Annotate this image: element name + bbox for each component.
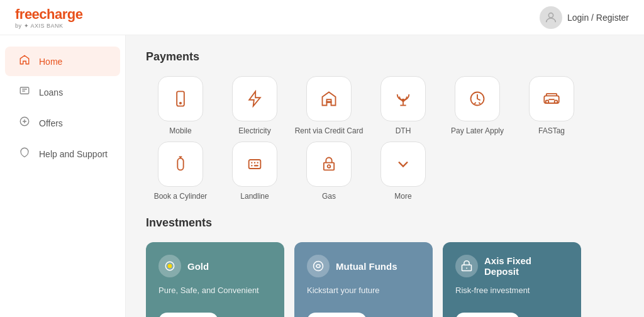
svg-point-25 — [314, 262, 323, 271]
fixed-card-header: Axis Fixed Deposit — [455, 255, 569, 277]
investments-grid: Gold Pure, Safe, and Convenient Invest N… — [146, 242, 624, 317]
investment-card-fixed: Axis Fixed Deposit Risk-free investment … — [443, 242, 581, 317]
payment-item-landline[interactable]: Landline — [220, 142, 289, 202]
landline-label: Landline — [240, 192, 269, 202]
electricity-label: Electricity — [238, 126, 270, 136]
gold-title: Gold — [187, 261, 209, 272]
payment-item-fastag[interactable]: FASTag — [517, 76, 586, 136]
sidebar-item-loans-label: Loans — [39, 87, 63, 97]
mutual-invest-button[interactable]: Invest Now — [307, 313, 367, 317]
app-header: freecharge by ✦ AXIS BANK Login / Regist… — [0, 0, 644, 35]
payment-item-more[interactable]: More — [369, 142, 438, 202]
login-register-button[interactable]: Login / Register — [567, 13, 629, 23]
investments-section: Investments Gold — [146, 216, 624, 317]
payment-item-electricity[interactable]: Electricity — [220, 76, 289, 136]
svg-rect-1 — [20, 87, 29, 94]
sidebar-item-offers[interactable]: Offers — [5, 108, 120, 138]
payments-grid: Mobile Electricity — [146, 76, 624, 201]
offers-icon — [18, 116, 31, 130]
svg-point-24 — [168, 264, 172, 269]
sidebar-item-home[interactable]: Home — [5, 47, 120, 76]
logo-sub: by ✦ AXIS BANK — [15, 23, 64, 29]
payment-item-mobile[interactable]: Mobile — [146, 76, 215, 136]
logo: freecharge by ✦ AXIS BANK — [15, 6, 83, 29]
fastag-label: FASTag — [538, 126, 565, 136]
fixed-title: Axis Fixed Deposit — [484, 255, 569, 277]
fixed-save-button[interactable]: Start Saving — [455, 313, 519, 317]
gas-icon — [306, 142, 352, 187]
investment-card-gold: Gold Pure, Safe, and Convenient Invest N… — [146, 242, 284, 317]
payments-section: Payments Mobile — [146, 50, 624, 201]
investments-title: Investments — [146, 216, 624, 230]
gold-icon — [158, 255, 181, 277]
payment-item-dth[interactable]: DTH — [369, 76, 438, 136]
main-layout: Home Loans Offers — [0, 35, 644, 317]
fastag-icon — [529, 76, 574, 121]
payment-item-rent-credit[interactable]: Rent via Credit Card — [294, 76, 364, 136]
more-icon — [380, 142, 426, 187]
payment-item-cylinder[interactable]: Book a Cylinder — [146, 142, 215, 202]
svg-rect-15 — [249, 160, 261, 169]
more-label: More — [394, 192, 411, 202]
svg-point-4 — [180, 103, 181, 104]
svg-point-22 — [328, 165, 331, 168]
dth-label: DTH — [396, 126, 411, 136]
home-icon — [18, 54, 31, 69]
sidebar-item-loans[interactable]: Loans — [5, 77, 120, 107]
mutual-desc: Kickstart your future — [307, 285, 420, 296]
electricity-icon — [232, 76, 277, 121]
mutual-card-header: Mutual Funds — [307, 255, 420, 277]
sidebar-item-offers-label: Offers — [39, 118, 63, 128]
svg-point-11 — [546, 100, 549, 103]
gold-desc: Pure, Safe, and Convenient — [158, 285, 272, 296]
svg-rect-5 — [327, 99, 331, 103]
logo-text: freecharge — [15, 6, 83, 23]
loans-icon — [18, 85, 31, 99]
header-right: Login / Register — [540, 6, 629, 29]
payment-item-pay-later[interactable]: Pay Later Apply — [443, 76, 512, 136]
mutual-icon — [307, 255, 330, 277]
svg-point-6 — [402, 99, 404, 102]
main-content: Payments Mobile — [126, 35, 644, 317]
help-icon — [18, 147, 31, 161]
sidebar-item-help[interactable]: Help and Support — [5, 139, 120, 169]
rent-credit-icon — [306, 76, 352, 121]
payments-title: Payments — [146, 50, 624, 64]
gold-invest-button[interactable]: Invest Now — [158, 313, 218, 317]
rent-credit-label: Rent via Credit Card — [295, 126, 364, 136]
sidebar: Home Loans Offers — [0, 35, 126, 317]
sidebar-item-home-label: Home — [39, 57, 62, 67]
payment-item-gas[interactable]: Gas — [294, 142, 364, 202]
svg-rect-21 — [324, 162, 334, 170]
fixed-icon — [455, 255, 478, 277]
mobile-label: Mobile — [169, 126, 191, 136]
mobile-icon — [158, 76, 203, 121]
fixed-desc: Risk-free investment — [455, 285, 569, 296]
avatar-icon — [540, 6, 562, 29]
cylinder-icon — [158, 142, 203, 187]
pay-later-label: Pay Later Apply — [451, 126, 504, 136]
svg-point-12 — [555, 100, 558, 103]
dth-icon — [380, 76, 426, 121]
pay-later-icon — [455, 76, 500, 121]
mutual-title: Mutual Funds — [336, 261, 397, 272]
gold-card-header: Gold — [158, 255, 272, 277]
sidebar-item-help-label: Help and Support — [39, 149, 108, 159]
investment-card-mutual: Mutual Funds Kickstart your future Inves… — [294, 242, 433, 317]
gas-label: Gas — [322, 192, 336, 202]
landline-icon — [232, 142, 277, 187]
svg-point-0 — [548, 13, 553, 17]
svg-rect-13 — [177, 158, 183, 170]
cylinder-label: Book a Cylinder — [154, 192, 208, 202]
